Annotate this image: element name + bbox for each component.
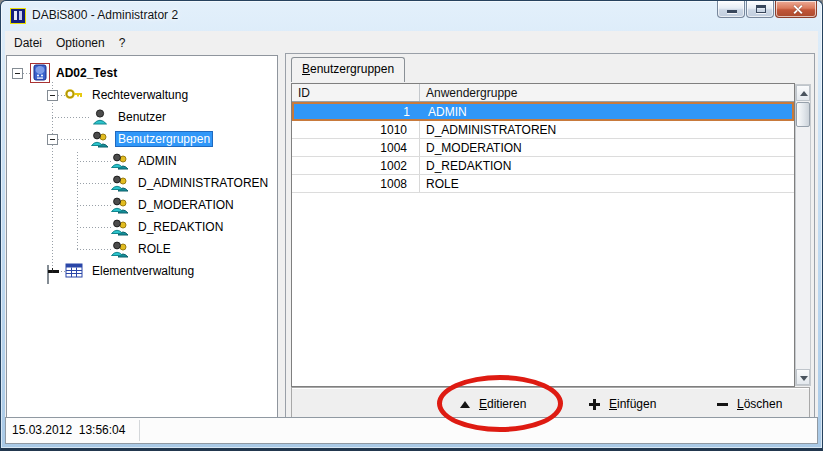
plus-icon [589, 399, 600, 410]
cell-group: ROLE [420, 175, 794, 192]
minus-icon [717, 403, 728, 406]
tree-item-label[interactable]: ROLE [135, 241, 174, 257]
edit-button[interactable]: Editieren [460, 394, 526, 414]
window-title: DABiS800 - Administrator 2 [32, 8, 178, 22]
user-icon [91, 108, 109, 126]
cell-id: 1008 [292, 175, 420, 192]
status-datetime: 15.03.2012 13:56:04 [12, 423, 125, 437]
tree-item-rechteverwaltung[interactable]: Rechteverwaltung [7, 84, 277, 106]
users-icon [111, 174, 129, 192]
tree-item-role[interactable]: ROLE [7, 238, 277, 260]
table-header: ID Anwendergruppe [292, 84, 794, 102]
table-row[interactable]: 1002 D_REDAKTION [292, 157, 794, 175]
tree-item-admin[interactable]: ADMIN [7, 150, 277, 172]
tree-item-label[interactable]: D_MODERATION [135, 197, 237, 213]
arrow-down-icon [800, 376, 808, 381]
cell-group: ADMIN [422, 104, 792, 119]
scroll-up-button[interactable] [796, 85, 810, 101]
triangle-up-icon [460, 401, 470, 408]
scrollbar-thumb[interactable] [796, 102, 810, 127]
tree-item-benutzer[interactable]: Benutzer [7, 106, 277, 128]
table-row[interactable]: 1 ADMIN [292, 102, 794, 121]
cell-id: 1 [294, 104, 422, 119]
close-icon [792, 4, 803, 15]
table-row[interactable]: 1004 D_MODERATION [292, 139, 794, 157]
users-icon [111, 240, 129, 258]
app-icon [10, 8, 26, 24]
tree-item-label[interactable]: Benutzer [115, 109, 169, 125]
app-window: DABiS800 - Administrator 2 Datei Optione… [0, 0, 823, 451]
close-button[interactable] [775, 1, 817, 18]
cell-id: 1010 [292, 121, 420, 138]
cell-group: D_ADMINISTRATOREN [420, 121, 794, 138]
key-icon [65, 86, 83, 104]
usergroups-table: ID Anwendergruppe 1 ADMIN 1010 D_ADMINIS… [291, 83, 795, 387]
minimize-button[interactable] [717, 1, 745, 18]
tree-item-label[interactable]: AD02_Test [53, 65, 120, 81]
collapse-icon[interactable] [12, 68, 23, 79]
tree-item-root[interactable]: AD02_Test [7, 62, 277, 84]
column-header-id[interactable]: ID [292, 84, 420, 101]
tree-item-d-moderation[interactable]: D_MODERATION [7, 194, 277, 216]
tab-benutzergruppen[interactable]: Benutzergruppen [291, 57, 405, 82]
server-icon [31, 64, 49, 82]
title-bar[interactable]: DABiS800 - Administrator 2 [1, 1, 822, 31]
tree-item-benutzergruppen[interactable]: Benutzergruppen [7, 128, 277, 150]
menu-bar: Datei Optionen ? [7, 33, 816, 54]
edit-button-label: Editieren [479, 397, 526, 411]
menu-help[interactable]: ? [112, 33, 133, 54]
status-bar: 15.03.2012 13:56:04 [5, 417, 818, 444]
tree-item-label[interactable]: D_REDAKTION [135, 219, 226, 235]
table-scrollbar[interactable] [795, 84, 811, 386]
tree-item-elementverwaltung[interactable]: Elementverwaltung [7, 260, 277, 282]
cell-group: D_MODERATION [420, 139, 794, 156]
users-icon [111, 196, 129, 214]
minimize-icon [727, 10, 737, 13]
arrow-up-icon [800, 91, 808, 96]
cell-id: 1002 [292, 157, 420, 174]
collapse-icon[interactable] [47, 134, 58, 145]
client-area: Datei Optionen ? [5, 31, 818, 444]
maximize-button[interactable] [746, 1, 774, 18]
delete-button-label: Löschen [737, 397, 782, 411]
users-icon [91, 130, 109, 148]
table-row[interactable]: 1008 ROLE [292, 175, 794, 193]
tab-label: Benutzergruppen [302, 62, 394, 76]
menu-datei[interactable]: Datei [7, 33, 49, 54]
scroll-down-button[interactable] [796, 369, 810, 385]
menu-optionen[interactable]: Optionen [49, 33, 112, 54]
tree-item-d-administratoren[interactable]: D_ADMINISTRATOREN [7, 172, 277, 194]
status-divider [139, 420, 140, 441]
tree-item-label[interactable]: ADMIN [135, 153, 180, 169]
delete-button[interactable]: Löschen [717, 394, 782, 414]
cell-group: D_REDAKTION [420, 157, 794, 174]
column-header-anwendergruppe[interactable]: Anwendergruppe [420, 84, 794, 101]
users-icon [111, 152, 129, 170]
action-bar: Editieren Einfügen Löschen [291, 387, 810, 420]
maximize-icon [756, 5, 766, 13]
expand-icon[interactable] [47, 265, 49, 284]
table-icon [65, 262, 83, 280]
cell-id: 1004 [292, 139, 420, 156]
tree-item-d-redaktion[interactable]: D_REDAKTION [7, 216, 277, 238]
detail-panel: Benutzergruppen ID Anwendergruppe 1 ADMI… [285, 53, 815, 420]
navigation-tree: AD02_Test Rechteverwaltung [6, 55, 278, 420]
tree-item-label[interactable]: D_ADMINISTRATOREN [135, 175, 271, 191]
tree-item-label[interactable]: Rechteverwaltung [89, 87, 191, 103]
collapse-icon[interactable] [47, 90, 58, 101]
insert-button-label: Einfügen [609, 397, 656, 411]
table-row[interactable]: 1010 D_ADMINISTRATOREN [292, 121, 794, 139]
tree-item-label[interactable]: Elementverwaltung [89, 263, 197, 279]
insert-button[interactable]: Einfügen [589, 394, 656, 414]
tree-item-label[interactable]: Benutzergruppen [115, 131, 213, 147]
users-icon [111, 218, 129, 236]
